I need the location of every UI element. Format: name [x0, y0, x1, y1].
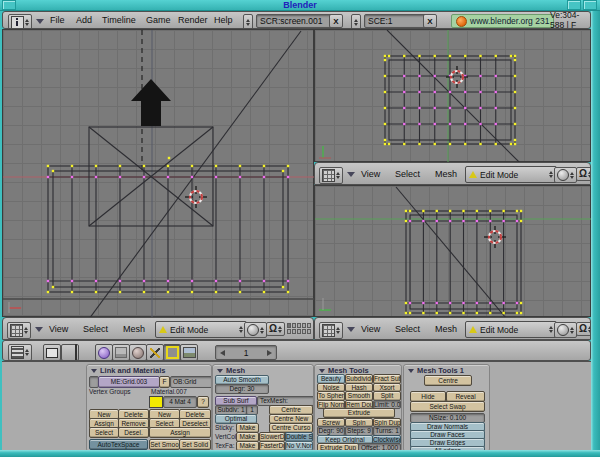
- mode-dropdown[interactable]: Edit Mode: [155, 321, 247, 338]
- logic-context-button[interactable]: [95, 344, 113, 361]
- page-number: 1: [244, 348, 249, 358]
- header-collapse-icon[interactable]: [35, 327, 43, 332]
- screen-name-field[interactable]: SCR:screen.001: [256, 14, 336, 28]
- stepper-icon: [25, 19, 29, 26]
- proportional-edit-button[interactable]: Ω: [266, 322, 285, 336]
- window-title: Blender: [0, 0, 600, 11]
- panel-header[interactable]: Mesh Tools 1: [408, 366, 464, 375]
- front-viewport[interactable]: [2, 29, 314, 317]
- viewport-type-button[interactable]: [7, 322, 31, 339]
- panel-title: Link and Materials: [100, 366, 165, 375]
- object-name-field[interactable]: OB:Grid: [170, 376, 212, 388]
- vgroup-select-button[interactable]: Select: [89, 427, 119, 438]
- select-swap-button[interactable]: Select Swap: [410, 401, 485, 412]
- menu-select[interactable]: Select: [83, 318, 108, 339]
- viewport-grid-icon: [322, 324, 335, 337]
- window-close-button[interactable]: [583, 0, 597, 10]
- draw-type-button[interactable]: [554, 167, 577, 183]
- set-solid-button[interactable]: Set Solid: [179, 439, 211, 450]
- material-help-button[interactable]: ?: [197, 396, 209, 408]
- menu-help[interactable]: Help: [214, 12, 233, 28]
- menu-mesh[interactable]: Mesh: [435, 163, 457, 184]
- page-left-arrow-icon[interactable]: [220, 350, 225, 356]
- panel-mesh-tools: Mesh Tools Beauty Subdivide Fract Sub No…: [314, 364, 402, 452]
- buttons-window-type-button[interactable]: [8, 344, 32, 361]
- menu-file[interactable]: File: [50, 12, 65, 28]
- centre-button[interactable]: Centre: [424, 375, 472, 386]
- vertex-groups-label: Vertex Groups: [89, 388, 131, 395]
- home-button[interactable]: [61, 344, 79, 361]
- stepper-icon: [239, 326, 243, 333]
- vgroup-deselect-button[interactable]: Desel.: [118, 427, 149, 438]
- panels-button[interactable]: [43, 344, 61, 361]
- menu-view[interactable]: View: [361, 318, 380, 339]
- buttons-window[interactable]: Link and Materials ME:Grid.003 F OB:Grid…: [2, 361, 591, 450]
- axis-indicator: [9, 302, 21, 313]
- layer-buttons[interactable]: [287, 323, 314, 334]
- scene-close-button[interactable]: X: [423, 14, 437, 28]
- front-viewport-canvas[interactable]: [3, 30, 315, 318]
- stepper-icon: [336, 172, 340, 179]
- draw-type-button[interactable]: [244, 322, 267, 338]
- header-collapse-icon[interactable]: [347, 327, 355, 332]
- top-viewport-canvas[interactable]: [315, 30, 592, 163]
- mesh-name-field[interactable]: ME:Grid.003: [98, 376, 160, 388]
- shading-icon: [132, 347, 144, 359]
- set-smooth-button[interactable]: Set Smoo: [149, 439, 180, 450]
- top-viewport[interactable]: [314, 29, 591, 162]
- scene-browse-button[interactable]: [351, 14, 361, 29]
- square-icon: [46, 348, 58, 358]
- script-context-button[interactable]: [112, 344, 130, 361]
- extrude-button[interactable]: Extrude: [323, 408, 395, 418]
- stepper-icon: [24, 327, 28, 334]
- menu-view[interactable]: View: [361, 163, 380, 184]
- menu-render[interactable]: Render: [178, 12, 208, 28]
- menu-timeline[interactable]: Timeline: [102, 12, 136, 28]
- menu-select[interactable]: Select: [395, 163, 420, 184]
- blender-info-badge: www.blender.org 231: [451, 14, 554, 28]
- scene-name-field[interactable]: SCE:1: [364, 14, 430, 28]
- menu-game[interactable]: Game: [146, 12, 171, 28]
- object-context-button[interactable]: [146, 344, 164, 361]
- window-maximize-button[interactable]: [567, 0, 581, 10]
- editing-context-button[interactable]: [163, 344, 181, 361]
- mode-label: Edit Mode: [480, 325, 518, 335]
- proportional-edit-button[interactable]: Ω: [576, 322, 591, 336]
- header-collapse-icon[interactable]: [347, 172, 355, 177]
- material-assign-button[interactable]: Assign: [149, 427, 211, 438]
- window-frame-right: [591, 11, 600, 457]
- mode-dropdown[interactable]: Edit Mode: [465, 166, 557, 183]
- menu-view[interactable]: View: [49, 318, 68, 339]
- mode-dropdown[interactable]: Edit Mode: [465, 321, 557, 338]
- buttons-page-stepper[interactable]: 1: [215, 345, 277, 360]
- screen-close-button[interactable]: X: [329, 14, 343, 28]
- menu-mesh[interactable]: Mesh: [123, 318, 145, 339]
- editmode-triangle-icon: [159, 326, 167, 333]
- axis-indicator: [319, 298, 331, 310]
- draw-type-button[interactable]: [554, 322, 577, 338]
- shading-context-button[interactable]: [129, 344, 147, 361]
- proportional-edit-button[interactable]: Ω: [576, 167, 591, 181]
- side-viewport-canvas[interactable]: [315, 186, 592, 318]
- degr-stepper[interactable]: Degr: 30: [215, 384, 269, 394]
- panel-header[interactable]: Link and Materials: [91, 366, 165, 375]
- panel-mesh-tools-1: Mesh Tools 1 Centre Hide Reveal Select S…: [403, 364, 490, 452]
- viewport-type-button[interactable]: [319, 167, 343, 184]
- header-collapse-icon[interactable]: [36, 19, 44, 24]
- shading-sphere-icon: [557, 169, 569, 181]
- viewport-type-button[interactable]: [319, 322, 343, 339]
- autotexspace-toggle[interactable]: AutoTexSpace: [89, 439, 148, 450]
- menu-add[interactable]: Add: [76, 12, 92, 28]
- fake-user-button[interactable]: F: [159, 376, 170, 388]
- material-color-swatch[interactable]: [149, 396, 163, 408]
- panel-header[interactable]: Mesh: [217, 366, 245, 375]
- window-titlebar[interactable]: Blender: [0, 0, 600, 11]
- screen-browse-button[interactable]: [243, 14, 253, 29]
- side-viewport[interactable]: [314, 185, 591, 317]
- window-type-button[interactable]: [8, 14, 32, 29]
- menu-select[interactable]: Select: [395, 318, 420, 339]
- page-right-arrow-icon[interactable]: [267, 350, 272, 356]
- scene-context-button[interactable]: [180, 344, 198, 361]
- menu-mesh[interactable]: Mesh: [435, 318, 457, 339]
- material-index-stepper[interactable]: 4 Mat 4: [163, 396, 197, 408]
